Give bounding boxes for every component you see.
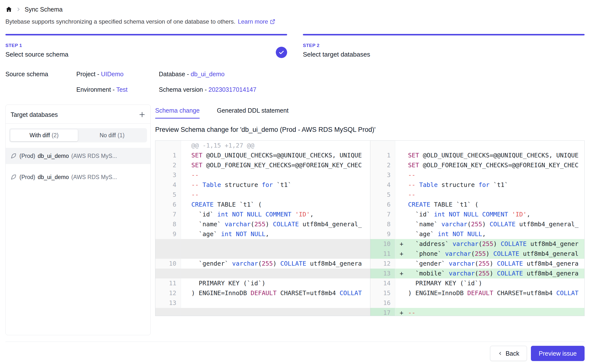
tab-count: (2) [52, 132, 59, 139]
diff-marker-space [400, 259, 408, 269]
diff-new-line-number: 2 [370, 160, 395, 170]
diff-old-line-number: 13 [155, 298, 181, 308]
diff-old-line: PRIMARY KEY (`id`) [181, 278, 370, 288]
diff-add-marker: + [400, 239, 408, 249]
diff-old-line-number: 12 [155, 288, 181, 298]
diff-marker-space [400, 210, 408, 219]
diff-marker-space [400, 278, 408, 288]
database-engine-icon [10, 152, 17, 159]
source-field-value-link[interactable]: 20230317014147 [208, 86, 256, 93]
diff-filter-tabs: With diff(2)No diff(1) [9, 128, 147, 142]
diff-old-line-number: 1 [155, 151, 181, 160]
source-field-value-link[interactable]: Test [116, 86, 128, 93]
diff-new-line: SET @OLD_FOREIGN_KEY_CHECKS=@@FOREIGN_KE… [395, 160, 584, 170]
target-tab-with-diff[interactable]: With diff(2) [10, 129, 78, 141]
source-field-value-link[interactable]: db_ui_demo [191, 71, 225, 77]
diff-add-marker: + [400, 308, 408, 316]
diff-new-line: `id` int NOT NULL COMMENT 'ID', [395, 210, 584, 219]
source-field-schema-version: Schema version - 20230317014147 [159, 86, 585, 93]
preview-issue-button[interactable]: Preview issue [531, 346, 585, 361]
external-link-icon [270, 19, 275, 24]
diff-marker-space [400, 219, 408, 229]
diff-new-line-number: 17 [370, 308, 395, 316]
source-field-label: Database - [159, 71, 189, 77]
diff-new-line [395, 298, 584, 308]
diff-old-line: @@ -1,15 +1,27 @@ [181, 141, 370, 151]
diff-old-line-number [155, 269, 181, 278]
source-field-environment: Environment - Test [76, 86, 159, 93]
database-instance: (AWS RDS MyS... [71, 174, 117, 181]
intro-text: Bytebase supports synchronizing a specif… [5, 18, 235, 25]
preview-tabs: Schema changeGenerated DDL statement [155, 106, 585, 119]
source-field-label: Project - [76, 71, 99, 77]
diff-marker-space [400, 141, 408, 151]
schema-diff-viewer[interactable]: @@ -1,15 +1,27 @@ 1SET @OLD_UNIQUE_CHECK… [155, 140, 585, 316]
footer-actions: Back Preview issue [5, 342, 585, 361]
diff-new-line: `name` varchar(255) COLLATE utf8mb4_gene… [395, 219, 584, 229]
tab-label: With diff [30, 132, 50, 139]
database-environment: (Prod) [19, 153, 35, 159]
diff-new-line: + `phone` varchar(255) COLLATE utf8mb4_g… [395, 249, 584, 259]
database-item-1[interactable]: (Prod)db_ui_demo(AWS RDS MyS... [6, 169, 150, 185]
diff-new-line: PRIMARY KEY (`id`) [395, 278, 584, 288]
diff-old-line: SET @OLD_FOREIGN_KEY_CHECKS=@@FOREIGN_KE… [181, 160, 370, 170]
diff-new-line: `gender` varchar(255) COLLATE utf8mb4_ge… [395, 259, 584, 269]
database-name: db_ui_demo [38, 153, 69, 159]
diff-new-line-number: 4 [370, 180, 395, 190]
plus-icon [138, 111, 146, 119]
diff-new-line-number: 7 [370, 210, 395, 219]
database-item-0[interactable]: (Prod)db_ui_demo(AWS RDS MyS... [6, 148, 150, 164]
intro-section: Bytebase supports synchronizing a specif… [5, 18, 585, 25]
tab-schema-change[interactable]: Schema change [155, 106, 200, 119]
step-1: STEP 1 Select source schema [5, 34, 287, 58]
diff-old-line [181, 308, 370, 316]
diff-new-line: SET @OLD_UNIQUE_CHECKS=@@UNIQUE_CHECKS, … [395, 151, 584, 160]
source-schema-heading: Source schema [5, 71, 76, 93]
diff-old-line: SET @OLD_UNIQUE_CHECKS=@@UNIQUE_CHECKS, … [181, 151, 370, 160]
step-1-label: Select source schema [5, 51, 287, 58]
diff-old-line-number: 4 [155, 180, 181, 190]
diff-new-line-number: 5 [370, 190, 395, 200]
tab-count: (1) [117, 132, 124, 139]
step-1-kicker: STEP 1 [5, 43, 287, 48]
schema-preview-panel: Schema changeGenerated DDL statement Pre… [155, 105, 585, 335]
learn-more-link[interactable]: Learn more [238, 18, 275, 25]
tab-generated-ddl-statement[interactable]: Generated DDL statement [217, 106, 289, 119]
source-field-project: Project - UIDemo [76, 71, 159, 78]
step-2-kicker: STEP 2 [303, 43, 585, 48]
back-button-label: Back [506, 350, 519, 357]
diff-new-line: ) ENGINE=InnoDB DEFAULT CHARSET=utf8mb4 … [395, 288, 584, 298]
step-complete-icon [276, 47, 287, 58]
database-name: db_ui_demo [38, 174, 69, 181]
home-icon[interactable] [5, 6, 12, 13]
step-indicator: STEP 1 Select source schema STEP 2 Selec… [5, 34, 585, 58]
step-1-progress-bar [5, 34, 287, 35]
diff-old-line [181, 239, 370, 249]
chevron-left-icon [498, 351, 503, 356]
diff-new-line-number: 15 [370, 288, 395, 298]
source-field-value-link[interactable]: UIDemo [101, 71, 124, 77]
diff-old-line-number: 8 [155, 219, 181, 229]
page-title: Sync Schema [25, 6, 63, 13]
diff-old-line-number: 10 [155, 259, 181, 269]
diff-add-marker: + [400, 249, 408, 259]
target-tab-no-diff[interactable]: No diff(1) [78, 129, 146, 141]
diff-old-line: `gender` varchar(255) COLLATE utf8mb4_ge… [181, 259, 370, 269]
step-2-label: Select target databases [303, 51, 585, 58]
diff-old-line [181, 249, 370, 259]
diff-old-line-number: 2 [155, 160, 181, 170]
source-schema-section: Source schema Project - UIDemoDatabase -… [5, 71, 585, 93]
diff-old-line-number: 5 [155, 190, 181, 200]
diff-old-line [181, 298, 370, 308]
diff-new-line: -- Table structure for `t1` [395, 180, 584, 190]
diff-new-line-number: 11 [370, 249, 395, 259]
diff-old-line: -- Table structure for `t1` [181, 180, 370, 190]
back-button[interactable]: Back [490, 346, 527, 361]
source-field-label: Schema version - [159, 86, 207, 93]
add-database-button[interactable] [138, 110, 147, 119]
diff-marker-space [400, 151, 408, 160]
diff-marker-space [400, 160, 408, 170]
diff-old-line-number [155, 141, 181, 151]
preview-title: Preview Schema change for 'db_ui_demo (P… [155, 126, 585, 134]
target-panel-title: Target databases [11, 111, 58, 118]
